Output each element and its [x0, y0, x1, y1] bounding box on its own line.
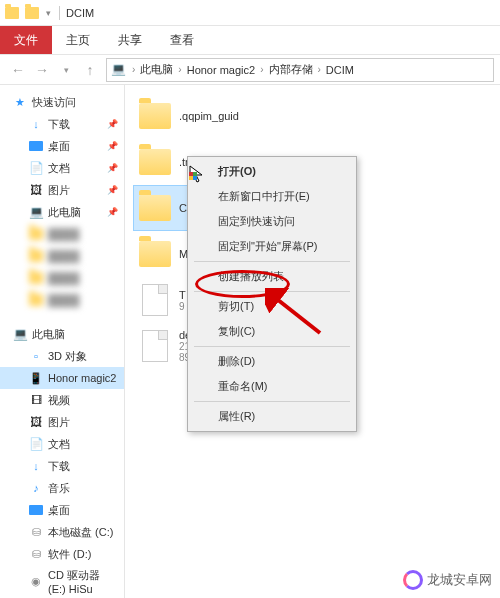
tab-home[interactable]: 主页 [52, 26, 104, 54]
sidebar-blurred-item[interactable]: ████ [0, 267, 124, 289]
folder-icon [137, 190, 173, 226]
context-menu: 打开(O) 在新窗口中打开(E) 固定到快速访问 固定到"开始"屏幕(P) 创建… [187, 156, 357, 432]
tab-share[interactable]: 共享 [104, 26, 156, 54]
sidebar-label: 音乐 [48, 481, 70, 496]
music-icon [28, 480, 44, 496]
separator [194, 401, 350, 402]
folder-icon [28, 292, 44, 308]
separator [194, 261, 350, 262]
ctx-pin-start[interactable]: 固定到"开始"屏幕(P) [190, 234, 354, 259]
folder-item[interactable]: .qqpim_guid [133, 93, 318, 139]
pc-icon: 💻 [111, 62, 127, 78]
pin-icon: 📌 [107, 163, 118, 173]
download-icon [28, 458, 44, 474]
pc-icon [12, 326, 28, 342]
sidebar-music[interactable]: 音乐 [0, 477, 124, 499]
sidebar-pictures[interactable]: 图片📌 [0, 179, 124, 201]
document-icon [28, 160, 44, 176]
ctx-cut[interactable]: 剪切(T) [190, 294, 354, 319]
sidebar-desktop[interactable]: 桌面📌 [0, 135, 124, 157]
breadcrumb-item[interactable]: Honor magic2 [183, 64, 259, 76]
ribbon-tabs: 文件 主页 共享 查看 [0, 26, 500, 54]
file-meta: 9 [179, 301, 186, 312]
pin-icon: 📌 [107, 119, 118, 129]
sidebar-downloads[interactable]: 下载📌 [0, 113, 124, 135]
sidebar-label: 3D 对象 [48, 349, 87, 364]
ctx-new-window[interactable]: 在新窗口中打开(E) [190, 184, 354, 209]
sidebar-label: 桌面 [48, 139, 70, 154]
ctx-open[interactable]: 打开(O) [190, 159, 354, 184]
breadcrumb-item[interactable]: 内部存储 [265, 62, 317, 77]
video-icon [28, 392, 44, 408]
cd-icon [28, 574, 44, 590]
sidebar-blurred-item[interactable]: ████ [0, 289, 124, 311]
svg-rect-2 [189, 176, 193, 180]
window-title: DCIM [66, 7, 94, 19]
breadcrumb-item[interactable]: DCIM [322, 64, 358, 76]
watermark: 龙城安卓网 [403, 570, 492, 590]
nav-back-icon[interactable]: ← [6, 58, 30, 82]
navigation-bar: ← → ▾ ↑ 💻 › 此电脑 › Honor magic2 › 内部存储 › … [0, 55, 500, 85]
sidebar-quick-access[interactable]: ★快速访问 [0, 91, 124, 113]
ctx-rename[interactable]: 重命名(M) [190, 374, 354, 399]
quick-access-toolbar-icon[interactable] [24, 5, 40, 21]
breadcrumb[interactable]: 💻 › 此电脑 › Honor magic2 › 内部存储 › DCIM [106, 58, 494, 82]
navigation-pane[interactable]: ★快速访问 下载📌 桌面📌 文档📌 图片📌 此电脑📌 ████ ████ ███… [0, 85, 125, 598]
download-icon [28, 116, 44, 132]
title-bar: ▾ DCIM [0, 0, 500, 26]
sidebar-label: 此电脑 [32, 327, 65, 342]
folder-icon [28, 226, 44, 242]
picture-icon [28, 414, 44, 430]
sidebar-label: 视频 [48, 393, 70, 408]
sidebar-disk-d[interactable]: 软件 (D:) [0, 543, 124, 565]
sidebar-cd-e[interactable]: CD 驱动器 (E:) HiSu [0, 565, 124, 598]
sidebar-pictures2[interactable]: 图片 [0, 411, 124, 433]
disk-icon [28, 546, 44, 562]
file-name: .qqpim_guid [179, 110, 239, 122]
nav-forward-icon[interactable]: → [30, 58, 54, 82]
ctx-delete[interactable]: 删除(D) [190, 349, 354, 374]
sidebar-blurred-item[interactable]: ████ [0, 245, 124, 267]
sidebar-honor-device[interactable]: Honor magic2 [0, 367, 124, 389]
breadcrumb-item[interactable]: 此电脑 [136, 62, 177, 77]
watermark-text: 龙城安卓网 [427, 571, 492, 589]
sidebar-desktop2[interactable]: 桌面 [0, 499, 124, 521]
nav-up-icon[interactable]: ↑ [78, 58, 102, 82]
separator [194, 346, 350, 347]
sidebar-label: 此电脑 [48, 205, 81, 220]
document-icon [137, 282, 173, 318]
picture-icon [28, 182, 44, 198]
tab-view[interactable]: 查看 [156, 26, 208, 54]
ctx-properties[interactable]: 属性(R) [190, 404, 354, 429]
sidebar-3d-objects[interactable]: 3D 对象 [0, 345, 124, 367]
sidebar-documents2[interactable]: 文档 [0, 433, 124, 455]
separator [194, 291, 350, 292]
cursor-icon [188, 164, 208, 184]
svg-rect-4 [193, 176, 197, 180]
sidebar-label: 文档 [48, 161, 70, 176]
pin-icon: 📌 [107, 141, 118, 151]
ctx-copy[interactable]: 复制(C) [190, 319, 354, 344]
folder-icon [137, 236, 173, 272]
sidebar-label: ████ [48, 228, 79, 240]
sidebar-downloads2[interactable]: 下载 [0, 455, 124, 477]
sidebar-label: 图片 [48, 415, 70, 430]
nav-history-icon[interactable]: ▾ [54, 58, 78, 82]
sidebar-disk-c[interactable]: 本地磁盘 (C:) [0, 521, 124, 543]
tab-file[interactable]: 文件 [0, 26, 52, 54]
sidebar-blurred-item[interactable]: ████ [0, 223, 124, 245]
sidebar-videos[interactable]: 视频 [0, 389, 124, 411]
dropdown-icon[interactable]: ▾ [46, 8, 51, 18]
desktop-icon [28, 138, 44, 154]
folder-icon [28, 270, 44, 286]
sidebar-label: Honor magic2 [48, 372, 116, 384]
ctx-create-playlist[interactable]: 创建播放列表 [190, 264, 354, 289]
sidebar-this-pc-quick[interactable]: 此电脑📌 [0, 201, 124, 223]
sidebar-documents[interactable]: 文档📌 [0, 157, 124, 179]
phone-icon [28, 370, 44, 386]
svg-rect-3 [193, 172, 197, 176]
sidebar-this-pc[interactable]: 此电脑 [0, 323, 124, 345]
3d-icon [28, 348, 44, 364]
ctx-pin-quick[interactable]: 固定到快速访问 [190, 209, 354, 234]
star-icon: ★ [12, 94, 28, 110]
